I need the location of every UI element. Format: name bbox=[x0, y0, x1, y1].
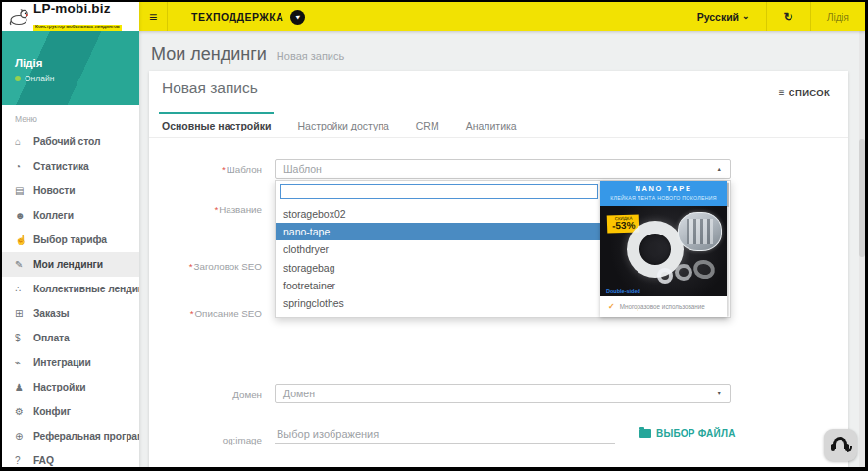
template-field-label: *Шаблон bbox=[149, 164, 262, 175]
online-status-dot bbox=[15, 76, 21, 81]
sidebar-item-label: Коллективные лендинги bbox=[33, 284, 139, 294]
sidebar-item[interactable]: ☻ Коллеги bbox=[2, 203, 139, 228]
template-select[interactable]: Шаблон ▲ bbox=[275, 159, 731, 179]
tab[interactable]: Основные настройки bbox=[162, 110, 271, 137]
dashboard-icon: ⌂ bbox=[15, 136, 33, 147]
news-icon: ▤ bbox=[15, 185, 33, 196]
sidebar-item-label: Новости bbox=[33, 185, 75, 196]
domain-select[interactable]: Домен ▼ bbox=[275, 384, 731, 403]
language-selector[interactable]: Русский ⌄ bbox=[697, 11, 766, 23]
support-label: ТЕХПОДДЕРЖКА bbox=[191, 11, 283, 23]
folder-icon bbox=[639, 429, 651, 438]
chevron-down-icon: ▼ bbox=[717, 391, 722, 396]
og-image-input[interactable] bbox=[275, 425, 615, 444]
tab[interactable]: Настройки доступа bbox=[297, 110, 388, 137]
dog-mascot-icon bbox=[8, 7, 29, 26]
list-button[interactable]: ≡ СПИСОК bbox=[773, 86, 836, 99]
refresh-icon[interactable]: ↻ bbox=[767, 10, 810, 24]
sidebar-item[interactable]: ⌂ Рабочий стол bbox=[2, 130, 139, 154]
sidebar-item[interactable]: ☝ Выбор тарифа bbox=[2, 228, 139, 252]
preview-feature-row: ✓ Многоразовое использование bbox=[600, 296, 727, 317]
hamburger-menu-icon[interactable]: ≡ bbox=[139, 9, 167, 25]
template-option-label: storagebox02 bbox=[283, 208, 346, 220]
sidebar-item[interactable]: ⊕ Реферальная программа bbox=[2, 424, 139, 448]
template-option[interactable]: clothdryer bbox=[276, 240, 600, 258]
template-option[interactable]: storagebox02 bbox=[276, 205, 600, 223]
payment-icon: $ bbox=[15, 333, 33, 343]
tape-ring-graphic bbox=[675, 264, 692, 281]
preview-inset-photo bbox=[678, 212, 722, 251]
tab[interactable]: CRM bbox=[416, 110, 439, 137]
integrations-icon: ⌁ bbox=[15, 357, 33, 368]
sidebar-item-label: Выбор тарифа bbox=[33, 235, 107, 245]
screen-frame: LP-mobi.biz Конструктор мобильных лендин… bbox=[0, 0, 868, 471]
preview-watermark: Double-sided bbox=[606, 288, 640, 294]
og-image-field-label: og:image bbox=[149, 435, 262, 445]
required-mark: * bbox=[189, 261, 193, 272]
sidebar-item-label: Реферальная программа bbox=[33, 431, 139, 442]
page-title: Мои лендинги bbox=[151, 44, 267, 65]
required-mark: * bbox=[222, 164, 226, 175]
tape-ring-graphic bbox=[657, 268, 673, 284]
sidebar-item[interactable]: ✎ Мои лендинги bbox=[2, 252, 139, 277]
sidebar-item[interactable]: $ Оплата bbox=[2, 326, 139, 350]
user-panel: Лідія Онлайн bbox=[2, 31, 139, 105]
tab-label: CRM bbox=[416, 120, 439, 131]
statistics-icon: ◔ bbox=[15, 161, 33, 172]
orders-icon: ⊞ bbox=[15, 308, 33, 319]
list-icon: ≡ bbox=[779, 88, 785, 98]
settings-icon: ♟ bbox=[15, 382, 33, 392]
sidebar: LP-mobi.biz Конструктор мобильных лендин… bbox=[2, 2, 139, 467]
template-option[interactable]: nano-tape bbox=[276, 223, 600, 240]
sidebar-item[interactable]: ▤ Новости bbox=[2, 179, 139, 203]
tape-ring-graphic bbox=[691, 258, 717, 282]
new-record-card: Новая запись ≡ СПИСОК Основные настройки… bbox=[149, 71, 848, 467]
sidebar-item-label: Статистика bbox=[33, 161, 89, 172]
tab[interactable]: Аналитика bbox=[466, 110, 517, 137]
support-button[interactable]: ТЕХПОДДЕРЖКА ▸ bbox=[168, 2, 321, 31]
required-mark: * bbox=[214, 204, 218, 215]
sidebar-item[interactable]: ∴ Коллективные лендинги bbox=[2, 277, 139, 301]
template-option-label: springclothes bbox=[283, 297, 344, 309]
template-option-label: nano-tape bbox=[283, 226, 330, 237]
collective-landings-icon: ∴ bbox=[15, 284, 33, 294]
preview-product-image: СКИДКА -53% Double-sided bbox=[600, 206, 727, 296]
template-select-placeholder: Шаблон bbox=[283, 163, 322, 175]
main-content: Мои лендинги Новая запись Новая запись ≡… bbox=[139, 31, 865, 467]
template-option[interactable]: springclothes bbox=[276, 294, 600, 312]
page-scrollbar-thumb[interactable] bbox=[859, 139, 865, 257]
sidebar-item-label: Мои лендинги bbox=[33, 259, 103, 270]
sidebar-item-label: Рабочий стол bbox=[33, 136, 100, 147]
logo: LP-mobi.biz Конструктор мобильных лендин… bbox=[2, 2, 139, 31]
topbar-username[interactable]: Лідія bbox=[811, 11, 865, 23]
template-search-input[interactable] bbox=[280, 184, 598, 199]
preview-title: NANO TAPE bbox=[600, 184, 727, 193]
page-scrollbar[interactable] bbox=[859, 31, 865, 467]
template-option-label: clothdryer bbox=[283, 243, 329, 255]
template-option[interactable]: storagebag bbox=[276, 259, 600, 277]
sidebar-item[interactable]: ⊞ Заказы bbox=[2, 301, 139, 326]
template-option-label: storagebag bbox=[283, 262, 335, 274]
colleagues-icon: ☻ bbox=[15, 210, 33, 221]
tab-label: Аналитика bbox=[466, 120, 517, 131]
sidebar-item[interactable]: ? FAQ bbox=[2, 448, 139, 467]
choose-file-button[interactable]: ВЫБОР ФАЙЛА bbox=[634, 427, 741, 440]
preview-subtitle: КЛЕЙКАЯ ЛЕНТА НОВОГО ПОКОЛЕНИЯ bbox=[600, 195, 727, 201]
chevron-up-icon: ▲ bbox=[717, 166, 722, 172]
chevron-down-icon: ⌄ bbox=[742, 14, 750, 19]
sidebar-item[interactable]: ⌁ Интеграции bbox=[2, 350, 139, 375]
domain-select-placeholder: Домен bbox=[283, 388, 315, 399]
tab-label: Настройки доступа bbox=[297, 120, 388, 131]
check-icon: ✓ bbox=[608, 302, 615, 311]
sidebar-item[interactable]: ⚙ Конфиг bbox=[2, 399, 139, 424]
tariff-icon: ☝ bbox=[15, 235, 33, 245]
sidebar-item[interactable]: ♟ Настройки bbox=[2, 375, 139, 399]
seo-description-field-label: *Описание SEO bbox=[149, 308, 262, 319]
online-status-label: Онлайн bbox=[25, 74, 54, 83]
template-option[interactable]: footretainer bbox=[276, 277, 600, 294]
logo-title: LP-mobi.biz bbox=[33, 2, 122, 16]
preview-feature-label: Многоразовое использование bbox=[620, 303, 705, 310]
sidebar-item[interactable]: ◔ Статистика bbox=[2, 154, 139, 179]
template-options-list: storagebox02 nano-tape clothdryer storag… bbox=[276, 205, 600, 312]
support-chat-widget[interactable] bbox=[824, 429, 857, 461]
